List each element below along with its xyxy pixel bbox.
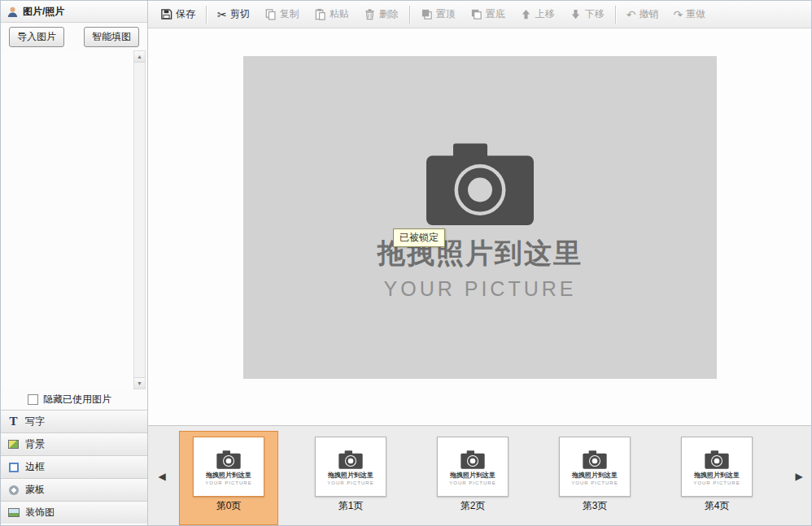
hide-used-row: 隐藏已使用图片	[1, 389, 147, 410]
trash-icon	[364, 8, 376, 20]
image-list-scrollbar[interactable]: ▲ ▼	[133, 50, 146, 389]
save-label: 保存	[176, 7, 195, 21]
scroll-up-icon[interactable]: ▲	[134, 51, 145, 63]
main-toolbar: 保存 ✂ 剪切 复制 粘贴	[148, 1, 812, 28]
filmstrip-left-arrow-icon[interactable]: ◀	[155, 467, 169, 486]
save-icon	[160, 8, 172, 20]
thumbnail: 拖拽照片到这里 YOUR PICTURE	[681, 437, 753, 497]
mask-icon	[7, 484, 20, 496]
thumb-subtitle: YOUR PICTURE	[571, 480, 618, 485]
arrow-up-icon	[520, 8, 532, 20]
copy-label: 复制	[280, 7, 299, 21]
sidebar: 图片/照片 导入图片 智能填图 ▲ ▼ 隐藏已使用图片 T 写字 背景	[1, 1, 148, 526]
thumb-title: 拖拽照片到这里	[572, 471, 618, 480]
page-label: 第4页	[674, 497, 759, 515]
camera-icon	[419, 135, 541, 230]
thumb-title: 拖拽照片到这里	[694, 471, 740, 480]
import-images-button[interactable]: 导入图片	[9, 27, 64, 47]
page-label: 第0页	[186, 497, 271, 515]
page-thumb-2[interactable]: 拖拽照片到这里 YOUR PICTURE 第2页	[423, 431, 522, 525]
redo-icon: ↷	[673, 9, 683, 20]
camera-icon	[337, 449, 365, 470]
undo-icon: ↶	[626, 9, 636, 20]
move-up-button[interactable]: 上移	[513, 2, 562, 26]
paste-label: 粘贴	[330, 7, 349, 21]
placeholder-subtitle: YOUR PICTURE	[384, 277, 577, 301]
sidebar-item-decoration[interactable]: 装饰图	[1, 501, 147, 524]
thumb-title: 拖拽照片到这里	[328, 471, 373, 480]
background-icon	[7, 438, 20, 450]
send-to-back-button[interactable]: 置底	[463, 2, 513, 26]
redo-button[interactable]: ↷ 重做	[666, 2, 713, 26]
paste-icon	[314, 8, 326, 20]
photo-editor-window: 图片/照片 导入图片 智能填图 ▲ ▼ 隐藏已使用图片 T 写字 背景	[0, 0, 812, 526]
locked-tooltip: 已被锁定	[393, 228, 445, 247]
sidebar-item-border[interactable]: 边框	[1, 455, 147, 478]
toolbar-separator	[409, 6, 410, 24]
delete-button[interactable]: 删除	[356, 2, 406, 26]
filmstrip-right-arrow-icon[interactable]: ▶	[792, 467, 806, 486]
thumb-subtitle: YOUR PICTURE	[449, 480, 495, 485]
sidebar-item-background[interactable]: 背景	[1, 433, 147, 455]
bring-to-front-button[interactable]: 置顶	[413, 2, 463, 26]
image-list-panel: ▲ ▼	[1, 50, 147, 389]
arrow-down-icon	[570, 8, 582, 20]
thumb-subtitle: YOUR PICTURE	[327, 480, 373, 485]
move-up-label: 上移	[535, 7, 555, 21]
cut-label: 剪切	[230, 7, 250, 21]
sidebar-item-text[interactable]: T 写字	[1, 410, 147, 433]
page-thumbnails: 拖拽照片到这里 YOUR PICTURE 第0页 拖拽照片到这里 YOUR PI…	[179, 431, 783, 525]
page-thumb-1[interactable]: 拖拽照片到这里 YOUR PICTURE 第1页	[301, 431, 400, 525]
sidebar-item-mask[interactable]: 蒙板	[1, 478, 147, 501]
canvas-area: 拖拽照片到这里 YOUR PICTURE 已被锁定	[148, 28, 812, 425]
undo-button[interactable]: ↶ 撤销	[619, 2, 666, 26]
camera-icon	[703, 449, 731, 470]
thumb-subtitle: YOUR PICTURE	[693, 480, 740, 485]
toolbar-separator	[615, 6, 616, 24]
bring-front-icon	[421, 8, 433, 20]
paste-button[interactable]: 粘贴	[307, 2, 356, 26]
delete-label: 删除	[379, 7, 399, 21]
sidebar-header-photos[interactable]: 图片/照片	[1, 1, 147, 23]
copy-button[interactable]: 复制	[257, 2, 307, 26]
photo-drop-placeholder[interactable]: 拖拽照片到这里 YOUR PICTURE 已被锁定	[243, 56, 717, 379]
hide-used-checkbox[interactable]	[28, 394, 38, 405]
border-icon	[7, 461, 20, 473]
camera-icon	[459, 449, 487, 470]
sidebar-item-label: 装饰图	[25, 506, 55, 519]
thumb-title: 拖拽照片到这里	[206, 471, 251, 480]
person-icon	[7, 6, 19, 18]
smart-fill-button[interactable]: 智能填图	[84, 27, 139, 47]
toolbar-separator	[206, 6, 207, 24]
thumbnail: 拖拽照片到这里 YOUR PICTURE	[315, 437, 386, 497]
hide-used-label: 隐藏已使用图片	[43, 393, 111, 406]
scroll-down-icon[interactable]: ▼	[134, 377, 145, 389]
text-icon: T	[7, 415, 20, 428]
sidebar-button-row: 导入图片 智能填图	[1, 23, 147, 50]
page-filmstrip: ◀ ▶ 拖拽照片到这里 YOUR PICTURE 第0页 拖拽照片到这里 YOU…	[148, 425, 812, 526]
move-down-label: 下移	[585, 7, 605, 21]
thumbnail: 拖拽照片到这里 YOUR PICTURE	[559, 437, 631, 497]
thumbnail: 拖拽照片到这里 YOUR PICTURE	[193, 437, 264, 497]
sidebar-item-label: 背景	[25, 437, 45, 451]
sidebar-item-label: 蒙板	[25, 483, 45, 497]
page-label: 第3页	[552, 497, 637, 515]
page-label: 第1页	[308, 497, 393, 515]
move-down-button[interactable]: 下移	[562, 2, 612, 26]
undo-label: 撤销	[639, 7, 658, 21]
camera-icon	[215, 449, 242, 470]
page-thumb-3[interactable]: 拖拽照片到这里 YOUR PICTURE 第3页	[545, 431, 644, 525]
save-button[interactable]: 保存	[153, 2, 203, 26]
bring-front-label: 置顶	[436, 7, 456, 21]
page-thumb-4[interactable]: 拖拽照片到这里 YOUR PICTURE 第4页	[667, 431, 766, 525]
camera-icon	[581, 449, 609, 470]
decoration-icon	[7, 506, 20, 519]
page-thumb-0[interactable]: 拖拽照片到这里 YOUR PICTURE 第0页	[179, 431, 278, 525]
thumbnail: 拖拽照片到这里 YOUR PICTURE	[437, 437, 509, 497]
sidebar-header-label: 图片/照片	[23, 5, 64, 19]
send-back-icon	[470, 8, 482, 20]
redo-label: 重做	[686, 7, 705, 21]
sidebar-accordion: T 写字 背景 边框 蒙板 装饰图	[1, 410, 147, 524]
sidebar-item-label: 边框	[25, 460, 45, 474]
cut-button[interactable]: ✂ 剪切	[210, 2, 257, 26]
